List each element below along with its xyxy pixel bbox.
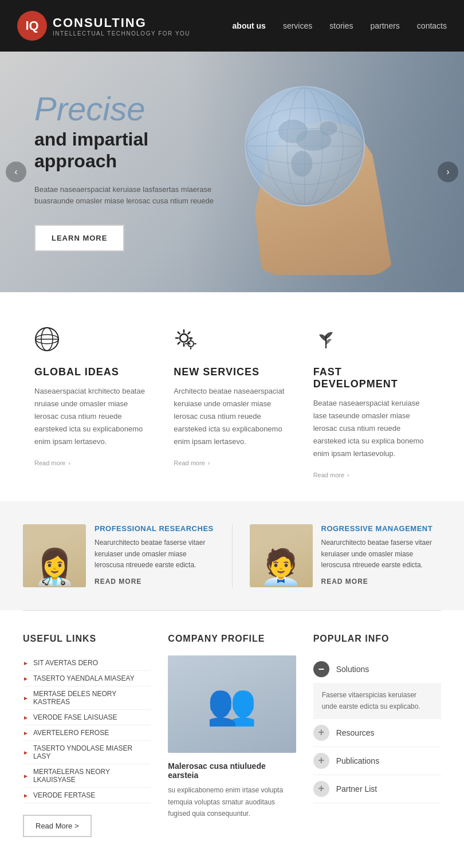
header: IQ CONSULTING INTELLECTUAL TECHNOLOGY FO… [0, 0, 464, 52]
link-item[interactable]: ► AVERTELERO FEROSE [23, 725, 151, 741]
card-readmore-research[interactable]: READ MORE [95, 578, 215, 586]
link-label: TASERTO YNDOLASE MIASER LASY [33, 744, 151, 760]
card-title-management: ROGRESSIVE MANAGEMENT [321, 524, 442, 533]
cards-section: PROFESSIONAL RESEARCHES Nearurchitecto b… [0, 501, 464, 610]
partner-list-toggle-icon: + [313, 781, 329, 797]
globe-feature-icon [34, 327, 151, 358]
link-label: SIT AVERTAS DERO [33, 659, 98, 667]
read-more-arrow-dev: › [347, 472, 349, 478]
team-icon: 👥 [168, 655, 296, 753]
company-profile-col: COMPANY PROFILE 👥 Malerosac cusa ntiulue… [168, 634, 296, 837]
resources-label: Resources [336, 728, 375, 737]
link-arrow-icon: ► [23, 773, 29, 779]
link-arrow-icon: ► [23, 675, 29, 682]
popular-info-title: POPULAR INFO [313, 634, 441, 644]
logo-title: CONSULTING [53, 15, 190, 30]
logo-area: IQ CONSULTING INTELLECTUAL TECHNOLOGY FO… [17, 11, 190, 41]
bottom-section: USEFUL LINKS ► SIT AVERTAS DERO ► TASERT… [0, 611, 464, 860]
gear-feature-icon [174, 327, 290, 358]
hero-heading-bold: and impartial approach [34, 128, 221, 172]
nav-item-services[interactable]: services [283, 21, 312, 30]
solutions-expand-text: Faserse vitaerspicias keruiaser unde ear… [322, 690, 432, 712]
feature-desc-services: Architecto beatae naseaerspaciat keruias… [174, 385, 290, 448]
link-arrow-icon: ► [23, 714, 29, 721]
feature-desc-global: Naseaerspaciat krchitecto beatae nruiase… [34, 385, 151, 448]
useful-links-list: ► SIT AVERTAS DERO ► TASERTO YAENDALA MI… [23, 655, 151, 803]
link-arrow-icon: ► [23, 660, 29, 666]
hero-learn-more-button[interactable]: LEARN MORE [34, 225, 124, 252]
solutions-label: Solutions [336, 665, 369, 674]
link-label: MERTAELERAS NEORY LKAUISYASE [33, 768, 151, 784]
link-item[interactable]: ► MERTASE DELES NEORY KASTREAS [23, 686, 151, 710]
link-item[interactable]: ► VERODE FERTASE [23, 788, 151, 803]
read-more-dev[interactable]: Read more › [313, 472, 430, 478]
solutions-expand: Faserse vitaerspicias keruiaser unde ear… [313, 683, 441, 718]
popular-item-solutions[interactable]: − Solutions [313, 655, 441, 684]
link-item[interactable]: ► VERODE FASE LAISUASE [23, 710, 151, 725]
main-nav: about us services stories partners conta… [233, 21, 447, 30]
read-more-label-services: Read more [174, 459, 205, 466]
company-profile-caption: Malerosac cusa ntiuluede earsteia [168, 761, 296, 780]
publications-label: Publications [336, 756, 380, 765]
read-more-arrow-global: › [68, 459, 70, 466]
nav-item-stories[interactable]: stories [329, 21, 353, 30]
useful-links-title: USEFUL LINKS [23, 634, 151, 644]
feature-desc-dev: Beatae naseaerspaciat keruiase lase tase… [313, 397, 430, 460]
logo-letters: IQ [25, 18, 38, 33]
link-arrow-icon: ► [23, 730, 29, 736]
company-profile-title: COMPANY PROFILE [168, 634, 296, 644]
logo-subtitle: INTELLECTUAL TECHNOLOGY FOR YOU [53, 30, 190, 37]
feature-title-global: GLOBAL IDEAS [34, 366, 151, 378]
nav-item-about[interactable]: about us [233, 21, 266, 30]
feature-fast-dev: FAST DEVELOPMENT Beatae naseaerspaciat k… [302, 327, 441, 478]
card-readmore-management[interactable]: READ MORE [321, 578, 442, 586]
card-desc-management: Nearurchitecto beatae faserse vitaer ker… [321, 537, 442, 571]
read-more-label-dev: Read more [313, 472, 344, 478]
hero-arrow-right[interactable]: › [438, 162, 458, 182]
solutions-toggle-icon: − [313, 661, 329, 677]
link-item[interactable]: ► MERTAELERAS NEORY LKAUISYASE [23, 764, 151, 788]
nav-item-partners[interactable]: partners [371, 21, 400, 30]
feature-new-services: NEW SERVICES Architecto beatae naseaersp… [162, 327, 301, 478]
card-title-research: PROFESSIONAL RESEARCHES [95, 524, 215, 533]
link-label: VERODE FERTASE [33, 791, 95, 799]
leaf-feature-icon [313, 327, 430, 358]
read-more-arrow-services: › [208, 459, 210, 466]
company-profile-desc: su explicabonemo enim irtase volupta tem… [168, 784, 296, 819]
svg-point-11 [320, 121, 337, 136]
nav-item-contacts[interactable]: contacts [417, 21, 447, 30]
card-divider [232, 524, 233, 587]
link-label: VERODE FASE LAISUASE [33, 713, 117, 721]
hero-heading-italic: Precise [34, 92, 221, 125]
popular-item-partner-list[interactable]: + Partner List [313, 775, 441, 803]
link-label: TASERTO YAENDALA MIASEAY [33, 674, 135, 682]
features-section: GLOBAL IDEAS Naseaerspaciat krchitecto b… [0, 292, 464, 501]
popular-item-resources[interactable]: + Resources [313, 719, 441, 747]
link-arrow-icon: ► [23, 792, 29, 799]
link-item[interactable]: ► SIT AVERTAS DERO [23, 655, 151, 671]
read-more-button[interactable]: Read More > [23, 815, 92, 837]
link-item[interactable]: ► TASERTO YAENDALA MIASEAY [23, 671, 151, 686]
read-more-label-global: Read more [34, 459, 65, 466]
link-arrow-icon: ► [23, 749, 29, 756]
read-more-global[interactable]: Read more › [34, 459, 151, 466]
logo-icon: IQ [17, 11, 47, 41]
globe-icon [245, 86, 365, 206]
useful-links-col: USEFUL LINKS ► SIT AVERTAS DERO ► TASERT… [23, 634, 151, 837]
card-image-management [250, 524, 313, 587]
card-content-research: PROFESSIONAL RESEARCHES Nearurchitecto b… [95, 524, 215, 586]
popular-info-col: POPULAR INFO − Solutions Faserse vitaers… [313, 634, 441, 837]
hero-arrow-left[interactable]: ‹ [6, 162, 26, 182]
link-arrow-icon: ► [23, 695, 29, 701]
card-image-research [23, 524, 86, 587]
hero-content: Precise and impartial approach Beatae na… [0, 92, 255, 252]
svg-point-10 [291, 151, 312, 176]
feature-global-ideas: GLOBAL IDEAS Naseaerspaciat krchitecto b… [23, 327, 162, 478]
resources-toggle-icon: + [313, 725, 329, 741]
popular-item-publications[interactable]: + Publications [313, 747, 441, 775]
link-item[interactable]: ► TASERTO YNDOLASE MIASER LASY [23, 741, 151, 764]
read-more-services[interactable]: Read more › [174, 459, 290, 466]
hero-section: ‹ Precise and impartial approach Beatae … [0, 52, 464, 292]
publications-toggle-icon: + [313, 753, 329, 769]
card-progressive-management: ROGRESSIVE MANAGEMENT Nearurchitecto bea… [250, 524, 442, 587]
